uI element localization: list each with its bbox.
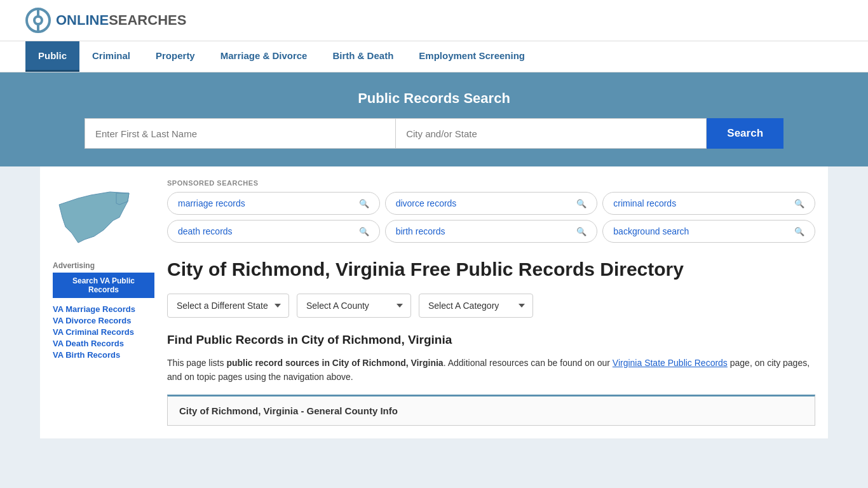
sidebar-link-divorce[interactable]: VA Divorce Records — [53, 316, 154, 325]
county-info-title: City of Richmond, Virginia - General Cou… — [179, 405, 803, 416]
sponsored-item-death[interactable]: death records 🔍 — [167, 220, 380, 243]
page-title: City of Richmond, Virginia Free Public R… — [167, 258, 815, 281]
sponsored-label: SPONSORED SEARCHES — [167, 179, 815, 187]
nav-item-marriage-divorce[interactable]: Marriage & Divorce — [208, 41, 320, 72]
desc-text-before: This page lists — [167, 358, 226, 368]
search-icon-background: 🔍 — [794, 227, 804, 236]
main-content: Advertising Search VA Public Records VA … — [40, 166, 828, 438]
county-dropdown[interactable]: Select A County — [297, 294, 411, 318]
search-icon-criminal: 🔍 — [794, 199, 804, 208]
sidebar-link-marriage[interactable]: VA Marriage Records — [53, 304, 154, 314]
sidebar-links: VA Marriage Records VA Divorce Records V… — [53, 304, 154, 360]
logo-searches: SEARCHES — [109, 13, 186, 27]
state-map — [53, 179, 154, 251]
search-icon-marriage: 🔍 — [359, 199, 369, 208]
description-paragraph: This page lists public record sources in… — [167, 356, 815, 384]
sidebar-search-button[interactable]: Search VA Public Records — [53, 273, 154, 298]
location-input[interactable] — [395, 118, 707, 149]
desc-text-middle: . Additional resources can be found on o… — [444, 358, 613, 368]
sponsored-item-label: marriage records — [178, 198, 245, 208]
sidebar: Advertising Search VA Public Records VA … — [53, 179, 154, 426]
nav-item-birth-death[interactable]: Birth & Death — [320, 41, 406, 72]
sidebar-link-birth[interactable]: VA Birth Records — [53, 350, 154, 360]
logo-text: ONLINE SEARCHES — [56, 13, 186, 27]
sponsored-item-criminal[interactable]: criminal records 🔍 — [602, 192, 815, 215]
category-dropdown[interactable]: Select A Category — [419, 294, 533, 318]
sponsored-item-label: criminal records — [613, 198, 676, 208]
nav-item-criminal[interactable]: Criminal — [79, 41, 143, 72]
search-icon-divorce: 🔍 — [576, 199, 587, 208]
desc-link[interactable]: Virginia State Public Records — [613, 358, 728, 368]
nav-item-property[interactable]: Property — [143, 41, 208, 72]
name-input[interactable] — [85, 118, 395, 149]
search-button[interactable]: Search — [707, 118, 783, 149]
sidebar-link-death[interactable]: VA Death Records — [53, 339, 154, 348]
description: This page lists public record sources in… — [167, 356, 815, 384]
county-info-box: City of Richmond, Virginia - General Cou… — [167, 395, 815, 426]
sponsored-item-label: background search — [613, 226, 689, 236]
header: ONLINE SEARCHES — [0, 0, 868, 41]
section-heading: Find Public Records in City of Richmond,… — [167, 333, 815, 347]
desc-bold: public record sources in City of Richmon… — [226, 358, 443, 368]
sponsored-grid: marriage records 🔍 divorce records 🔍 cri… — [167, 192, 815, 243]
sponsored-item-birth[interactable]: birth records 🔍 — [385, 220, 598, 243]
sponsored-item-label: birth records — [396, 226, 445, 236]
state-dropdown[interactable]: Select a Different State — [167, 294, 289, 318]
svg-point-1 — [34, 17, 42, 24]
sponsored-item-marriage[interactable]: marriage records 🔍 — [167, 192, 380, 215]
search-icon-birth: 🔍 — [576, 227, 587, 236]
search-icon-death: 🔍 — [359, 227, 369, 236]
logo-online: ONLINE — [56, 13, 109, 27]
virginia-map-svg — [53, 179, 135, 249]
sponsored-item-label: divorce records — [396, 198, 457, 208]
logo[interactable]: ONLINE SEARCHES — [25, 8, 186, 33]
sidebar-advertising-label: Advertising — [53, 261, 154, 270]
sidebar-link-criminal[interactable]: VA Criminal Records — [53, 327, 154, 337]
sponsored-item-label: death records — [178, 226, 233, 236]
search-banner-title: Public Records Search — [25, 90, 843, 107]
right-content: SPONSORED SEARCHES marriage records 🔍 di… — [167, 179, 815, 426]
main-nav: Public Criminal Property Marriage & Divo… — [0, 41, 868, 72]
sponsored-item-background[interactable]: background search 🔍 — [602, 220, 815, 243]
nav-item-public[interactable]: Public — [25, 41, 79, 72]
dropdowns-row: Select a Different State Select A County… — [167, 294, 815, 318]
sponsored-item-divorce[interactable]: divorce records 🔍 — [385, 192, 598, 215]
nav-item-employment[interactable]: Employment Screening — [406, 41, 538, 72]
search-banner: Public Records Search Search — [0, 72, 868, 166]
logo-icon — [25, 8, 51, 33]
search-form: Search — [85, 118, 783, 149]
